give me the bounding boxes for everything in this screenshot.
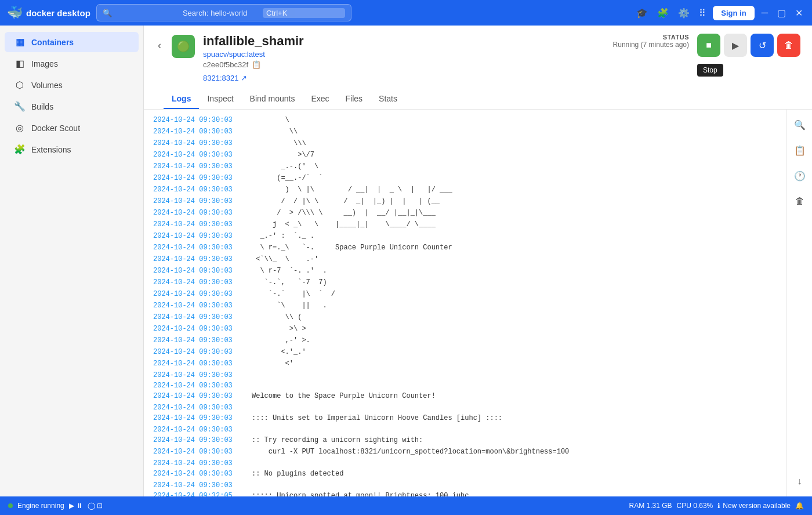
sidebar-item-builds[interactable]: 🔧 Builds: [5, 96, 139, 117]
log-line: 2024-10-24 09:30:03 ,-' >.: [144, 335, 786, 346]
log-line: 2024-10-24 09:30:03: [144, 369, 786, 380]
app-name: docker desktop: [26, 8, 90, 18]
sidebar: ▦ Containers ◧ Images ⬡ Volumes 🔧 Builds…: [0, 26, 144, 496]
search-bar[interactable]: 🔍 Search: hello-world Ctrl+K: [96, 4, 351, 21]
log-line: 2024-10-24 09:30:03 ) \ |\ / __| | _ \ |…: [144, 184, 786, 195]
sign-in-button[interactable]: Sign in: [713, 6, 754, 20]
log-line: 2024-10-24 09:30:03 \ r=._\ `-. Space Pu…: [144, 242, 786, 253]
stop-tooltip: Stop: [697, 64, 723, 77]
containers-icon: ▦: [14, 37, 26, 48]
log-message: >\/7: [252, 150, 314, 160]
log-line: 2024-10-24 09:30:03 j < _\ \ |____|_| \_…: [144, 219, 786, 230]
log-timestamp: 2024-10-24 09:30:03: [153, 469, 252, 479]
stop-button[interactable]: ■: [697, 34, 720, 57]
log-timestamp: 2024-10-24 09:30:03: [153, 115, 252, 125]
tab-logs[interactable]: Logs: [164, 89, 199, 109]
search-icon: 🔍: [103, 9, 178, 17]
new-version-notice[interactable]: ℹ New version available: [717, 502, 791, 510]
sidebar-item-extensions[interactable]: 🧩 Extensions: [5, 139, 139, 159]
log-timestamp: 2024-10-24 09:30:03: [153, 231, 252, 241]
app-logo: 🐳 docker desktop: [7, 5, 90, 20]
log-timestamp: 2024-10-24 09:30:03: [153, 447, 252, 457]
log-content[interactable]: 2024-10-24 09:30:03 \2024-10-24 09:30:03…: [144, 110, 786, 496]
sidebar-item-volumes[interactable]: ⬡ Volumes: [5, 75, 139, 95]
log-history-button[interactable]: 🕐: [791, 166, 809, 185]
log-line: 2024-10-24 09:30:03 >\/7: [144, 149, 786, 161]
sidebar-item-docker-scout[interactable]: ◎ Docker Scout: [5, 118, 139, 138]
log-timestamp: 2024-10-24 09:30:03: [153, 254, 252, 264]
log-line: 2024-10-24 09:30:03 (=__.-/` `: [144, 172, 786, 184]
tab-exec[interactable]: Exec: [303, 89, 337, 109]
bell-icon[interactable]: 🔔: [795, 502, 804, 510]
log-message: ,-' >.: [252, 335, 310, 346]
bottom-bar-right: RAM 1.31 GB CPU 0.63% ℹ New version avai…: [629, 502, 804, 510]
new-version-text: New version available: [723, 502, 791, 510]
volumes-icon: ⬡: [14, 79, 26, 90]
log-line: 2024-10-24 09:30:03 `-.` |\ ` /: [144, 288, 786, 300]
log-area: 2024-10-24 09:30:03 \2024-10-24 09:30:03…: [144, 110, 812, 496]
playback-controls[interactable]: ▶ ⏸: [69, 502, 83, 510]
header-right: STATUS Running (7 minutes ago) ■ Stop ▶ …: [613, 34, 800, 57]
port-value: 8321:8321: [203, 74, 238, 82]
engine-status-text: Engine running: [17, 502, 64, 510]
log-line: 2024-10-24 09:30:03: [144, 458, 786, 468]
log-search-button[interactable]: 🔍: [791, 115, 809, 134]
log-tools: 🔍 📋 🕐 🗑 ↓: [786, 110, 812, 496]
grid-icon[interactable]: ⠿: [697, 5, 708, 21]
docker-scout-icon: ◎: [14, 122, 26, 133]
extensions-icon[interactable]: 🧩: [655, 5, 671, 21]
log-copy-button[interactable]: 📋: [791, 141, 809, 159]
container-image-link[interactable]: spuacv/spuc:latest: [203, 50, 265, 59]
restart-button[interactable]: ↺: [751, 34, 774, 57]
log-timestamp: 2024-10-24 09:30:03: [153, 242, 252, 253]
tab-bind-mounts[interactable]: Bind mounts: [242, 89, 303, 109]
log-message: / > /\\\ \ __) | __/ |__|_|\___: [252, 208, 436, 218]
scroll-to-bottom-button[interactable]: ↓: [791, 472, 809, 491]
log-line: 2024-10-24 09:30:03 \\: [144, 126, 786, 137]
log-line: 2024-10-24 09:30:03 \\ (: [144, 311, 786, 323]
sidebar-item-images[interactable]: ◧ Images: [5, 53, 139, 74]
log-message: <': [252, 358, 293, 369]
engine-status-dot: [8, 503, 13, 508]
log-timestamp: 2024-10-24 09:30:03: [153, 312, 252, 322]
container-id: c2ee0f5bc32f: [203, 60, 248, 69]
log-message: j < _\ \ |____|_| \____/ \____: [252, 219, 436, 230]
tab-stats[interactable]: Stats: [371, 89, 405, 109]
container-title-row: ‹ 🟢 infallible_shamir spuacv/spuc:latest…: [155, 34, 800, 82]
delete-button[interactable]: 🗑: [777, 34, 800, 57]
resume-button[interactable]: ▶: [724, 34, 747, 57]
tab-inspect[interactable]: Inspect: [199, 89, 241, 109]
topbar-actions: 🎓 🧩 ⚙️ ⠿ Sign in ─ ▢ ✕: [634, 5, 805, 21]
container-info: infallible_shamir spuacv/spuc:latest c2e…: [203, 34, 605, 82]
container-icon: 🟢: [172, 35, 195, 58]
log-timestamp: 2024-10-24 09:30:03: [153, 324, 252, 334]
log-line: 2024-10-24 09:30:03: [144, 424, 786, 434]
builds-icon: 🔧: [14, 101, 26, 112]
log-message: / / |\ \ / _| |_) | | | (__: [252, 196, 440, 206]
log-message: >\ >: [252, 324, 306, 334]
log-message: curl -X PUT localhost:8321/unicorn_spott…: [252, 447, 569, 457]
log-delete-button[interactable]: 🗑: [791, 192, 809, 211]
tab-files[interactable]: Files: [338, 89, 371, 109]
log-line: 2024-10-24 09:30:03: [144, 480, 786, 490]
copy-id-icon[interactable]: 📋: [252, 60, 261, 69]
learn-icon[interactable]: 🎓: [634, 5, 650, 21]
port-link[interactable]: 8321:8321 ↗: [203, 74, 247, 82]
back-button[interactable]: ‹: [155, 37, 164, 54]
log-line: 2024-10-24 09:30:03:::: Units set to Imp…: [144, 412, 786, 424]
sidebar-item-label: Containers: [31, 38, 74, 47]
close-icon[interactable]: ✕: [793, 5, 805, 21]
sidebar-item-label: Images: [31, 59, 58, 68]
minimize-icon[interactable]: ─: [759, 5, 770, 20]
log-message: \\\: [252, 138, 306, 148]
sidebar-item-containers[interactable]: ▦ Containers: [5, 32, 139, 52]
log-message: :: Try recording a unicorn sighting with…: [252, 435, 423, 445]
sidebar-item-label: Builds: [31, 102, 53, 111]
log-message: \ r=._\ `-. Space Purple Unicorn Counter: [252, 242, 452, 253]
settings-icon[interactable]: ⚙️: [676, 5, 692, 21]
log-timestamp: 2024-10-24 09:30:03: [153, 219, 252, 230]
log-message: <`\\_ \ .-': [252, 254, 318, 264]
log-line: 2024-10-24 09:30:03 >\ >: [144, 323, 786, 335]
maximize-icon[interactable]: ▢: [775, 5, 788, 21]
tabs-row: Logs Inspect Bind mounts Exec Files Stat…: [155, 89, 800, 109]
